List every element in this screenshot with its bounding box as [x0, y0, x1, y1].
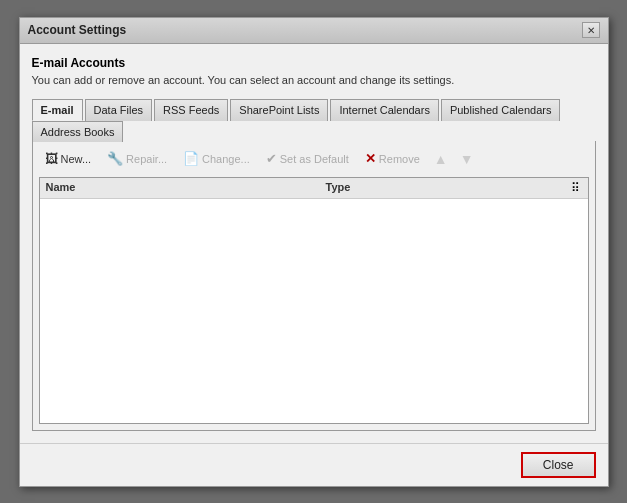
repair-button[interactable]: 🔧 Repair... — [101, 149, 173, 168]
close-button[interactable]: Close — [521, 452, 596, 478]
remove-label: Remove — [379, 153, 420, 165]
section-description: You can add or remove an account. You ca… — [32, 74, 596, 86]
tab-data-files[interactable]: Data Files — [85, 99, 153, 121]
window-content: E-mail Accounts You can add or remove an… — [20, 44, 608, 443]
account-settings-window: Account Settings ✕ E-mail Accounts You c… — [19, 17, 609, 487]
new-label: New... — [61, 153, 92, 165]
repair-icon: 🔧 — [107, 151, 123, 166]
move-down-button[interactable]: ▼ — [456, 149, 478, 169]
tab-rss-feeds[interactable]: RSS Feeds — [154, 99, 228, 121]
tab-sharepoint-lists[interactable]: SharePoint Lists — [230, 99, 328, 121]
account-list[interactable]: Name Type ⠿ — [39, 177, 589, 424]
remove-button[interactable]: ✕ Remove — [359, 149, 426, 168]
remove-icon: ✕ — [365, 151, 376, 166]
change-button[interactable]: 📄 Change... — [177, 149, 256, 168]
list-header: Name Type ⠿ — [40, 178, 588, 199]
window-footer: Close — [20, 443, 608, 486]
new-icon: 🖼 — [45, 151, 58, 166]
tab-address-books[interactable]: Address Books — [32, 121, 124, 142]
set-default-label: Set as Default — [280, 153, 349, 165]
change-label: Change... — [202, 153, 250, 165]
change-icon: 📄 — [183, 151, 199, 166]
tab-internet-calendars[interactable]: Internet Calendars — [330, 99, 439, 121]
new-button[interactable]: 🖼 New... — [39, 149, 98, 168]
tab-published-calendars[interactable]: Published Calendars — [441, 99, 561, 121]
section-title: E-mail Accounts — [32, 56, 596, 70]
move-up-button[interactable]: ▲ — [430, 149, 452, 169]
column-header-type: Type — [326, 181, 570, 195]
toolbar: 🖼 New... 🔧 Repair... 📄 Change... ✔ Set a… — [39, 147, 589, 171]
set-default-button[interactable]: ✔ Set as Default — [260, 149, 355, 168]
tab-panel-email: 🖼 New... 🔧 Repair... 📄 Change... ✔ Set a… — [32, 141, 596, 431]
tabs-container: E-mail Data Files RSS Feeds SharePoint L… — [32, 98, 596, 142]
check-icon: ✔ — [266, 151, 277, 166]
column-resize-handle[interactable]: ⠿ — [570, 181, 582, 195]
title-bar-controls: ✕ — [582, 22, 600, 38]
list-body — [40, 199, 588, 416]
title-bar: Account Settings ✕ — [20, 18, 608, 44]
repair-label: Repair... — [126, 153, 167, 165]
column-header-name: Name — [46, 181, 326, 195]
tab-email[interactable]: E-mail — [32, 99, 83, 121]
window-title: Account Settings — [28, 23, 127, 37]
title-close-button[interactable]: ✕ — [582, 22, 600, 38]
